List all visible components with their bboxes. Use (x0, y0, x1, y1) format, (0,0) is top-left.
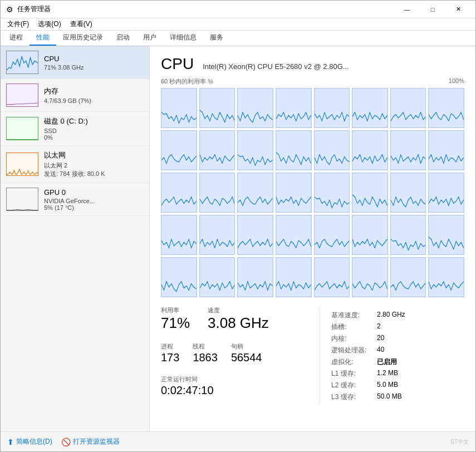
tab-startup[interactable]: 启动 (110, 31, 136, 46)
svg-rect-35 (429, 131, 464, 170)
svg-rect-45 (315, 173, 350, 212)
svg-rect-47 (352, 173, 387, 212)
window-title: 任务管理器 (17, 4, 394, 14)
processes-block: 进程 173 (161, 342, 179, 363)
uptime-block: 正常运行时间 0:02:47:10 (161, 375, 320, 396)
full-stats: 利用率 71% 速度 3.08 GHz 进程 173 (161, 306, 464, 404)
svg-rect-67 (429, 215, 464, 254)
sidebar-item-memory[interactable]: 内存 4.7/63.9 GB (7%) (1, 79, 149, 112)
ethernet-stat1: 以太网 2 (44, 161, 144, 170)
watermark-area: ST中文 (450, 438, 469, 446)
svg-rect-23 (200, 131, 235, 170)
tab-services[interactable]: 服务 (203, 31, 230, 46)
memory-label: 内存 (44, 86, 144, 96)
speed-value: 3.08 GHz (208, 316, 269, 330)
cpu-core-37 (352, 257, 388, 297)
base-speed-val: 2.80 GHz (377, 311, 405, 320)
cpu-core-36 (314, 257, 350, 297)
svg-rect-25 (238, 131, 273, 170)
svg-rect-49 (391, 173, 426, 212)
close-button[interactable]: ✕ (445, 1, 471, 18)
detail-l3: L3 缓存: 50.0 MB (331, 392, 464, 402)
threads-label: 线程 (193, 342, 218, 351)
l2-key: L2 缓存: (331, 381, 370, 390)
sidebar-item-cpu[interactable]: CPU 71% 3.08 GHz (1, 46, 149, 79)
tab-performance[interactable]: 性能 (30, 31, 56, 46)
sidebar: CPU 71% 3.08 GHz 内存 4.7/63.9 GB (7%) (1, 46, 150, 431)
sockets-key: 插槽: (331, 322, 370, 332)
cpu-core-25 (199, 215, 235, 255)
base-speed-key: 基准速度: (331, 311, 370, 320)
minimize-button[interactable]: — (394, 1, 420, 18)
svg-rect-37 (161, 173, 197, 212)
content-area: CPU 71% 3.08 GHz 内存 4.7/63.9 GB (7%) (1, 46, 475, 431)
gpu-stat2: 5% (17 °C) (44, 204, 144, 211)
svg-rect-59 (276, 215, 311, 254)
disk-info: 磁盘 0 (C: D:) SSD 0% (44, 116, 144, 141)
sidebar-item-ethernet[interactable]: 以太网 以太网 2 发送: 784 接收: 80.0 K (1, 146, 149, 183)
svg-rect-65 (391, 215, 426, 254)
tab-details[interactable]: 详细信息 (163, 31, 203, 46)
main-title: CPU (161, 55, 194, 73)
cpu-core-38 (390, 257, 426, 297)
cpu-core-21 (352, 173, 388, 213)
right-stats: 基准速度: 2.80 GHz 插槽: 2 内核: 20 逻辑处理器: (320, 306, 464, 404)
disk-stat2: 0% (44, 134, 144, 141)
main-subtitle: Intel(R) Xeon(R) CPU E5-2680 v2 @ 2.80G.… (203, 62, 349, 71)
svg-rect-27 (276, 131, 311, 170)
svg-rect-13 (315, 89, 350, 127)
tab-processes[interactable]: 进程 (3, 31, 30, 46)
disk-spark (7, 117, 38, 140)
svg-rect-73 (238, 258, 273, 297)
svg-rect-33 (391, 131, 426, 170)
tab-app-history[interactable]: 应用历史记录 (56, 31, 110, 46)
svg-rect-83 (429, 258, 464, 297)
detail-base-speed: 基准速度: 2.80 GHz (331, 311, 464, 320)
disk-label: 磁盘 0 (C: D:) (44, 116, 144, 126)
svg-rect-9 (238, 89, 273, 127)
monitor-link[interactable]: 🚫 打开资源监视器 (61, 437, 120, 446)
menu-file[interactable]: 文件(F) (3, 18, 33, 30)
detail-l1: L1 缓存: 1.2 MB (331, 369, 464, 379)
sidebar-item-gpu[interactable]: GPU 0 NVIDIA GeForce... 5% (17 °C) (1, 183, 149, 216)
ethernet-thumbnail (6, 153, 38, 176)
svg-rect-63 (352, 215, 387, 254)
svg-rect-55 (200, 215, 235, 254)
threads-value: 1863 (193, 352, 218, 363)
disk-thumbnail (6, 117, 38, 140)
svg-rect-69 (161, 258, 197, 297)
sidebar-item-disk[interactable]: 磁盘 0 (C: D:) SSD 0% (1, 112, 149, 146)
svg-rect-29 (315, 131, 350, 170)
summary-link[interactable]: ⬆ 简略信息(D) (7, 437, 52, 446)
cpu-core-26 (237, 215, 273, 255)
chart-label-right: 100% (449, 77, 464, 86)
svg-rect-81 (391, 258, 426, 297)
svg-rect-11 (276, 89, 311, 127)
maximize-button[interactable]: □ (420, 1, 445, 18)
cpu-core-3 (276, 88, 312, 128)
memory-thumbnail (6, 83, 38, 107)
processes-value: 173 (161, 352, 179, 363)
cpu-core-9 (199, 130, 235, 170)
cpu-core-16 (161, 173, 197, 213)
ethernet-label: 以太网 (44, 150, 144, 160)
cpu-core-32 (161, 257, 197, 297)
bottom-bar: ⬆ 简略信息(D) 🚫 打开资源监视器 ST中文 (1, 431, 475, 451)
menu-view[interactable]: 查看(V) (66, 18, 97, 30)
menu-options[interactable]: 选项(O) (33, 18, 65, 30)
cpu-core-12 (314, 130, 350, 170)
svg-rect-0 (7, 51, 38, 74)
svg-rect-51 (429, 173, 464, 212)
cpu-core-6 (390, 88, 426, 128)
logical-key: 逻辑处理器: (331, 346, 370, 355)
summary-label: 简略信息(D) (16, 437, 52, 446)
tab-users[interactable]: 用户 (136, 31, 163, 46)
gpu-label: GPU 0 (44, 188, 144, 196)
chart-label: 60 秒内的利用率 % 100% (161, 77, 464, 86)
cpu-core-7 (428, 88, 464, 128)
ethernet-info: 以太网 以太网 2 发送: 784 接收: 80.0 K (44, 150, 144, 178)
title-bar: ⚙ 任务管理器 — □ ✕ (1, 1, 475, 18)
uptime-label: 正常运行时间 (161, 375, 320, 384)
up-arrow-icon: ⬆ (7, 438, 14, 446)
uptime-value: 0:02:47:10 (161, 385, 320, 396)
